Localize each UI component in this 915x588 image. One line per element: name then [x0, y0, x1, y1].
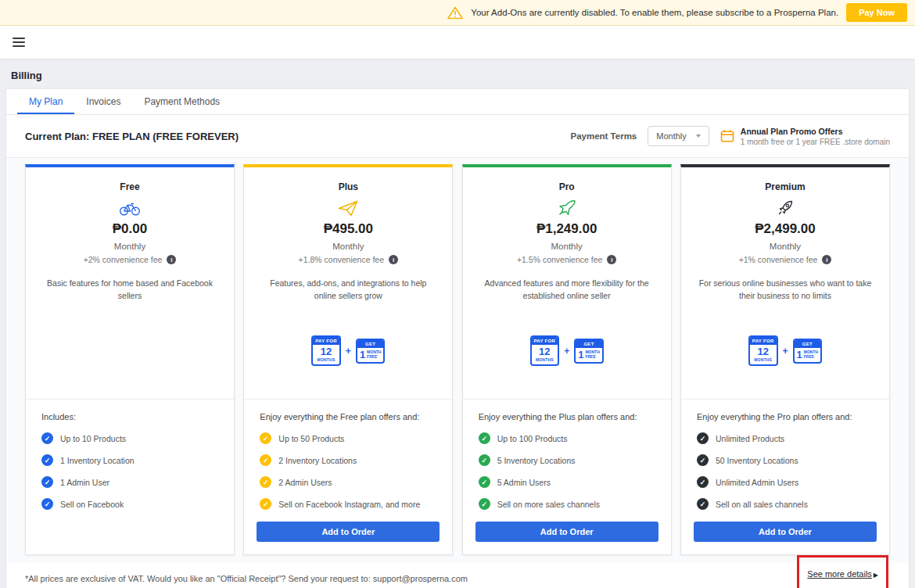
feature-item: ✓2 Inventory Locations: [260, 454, 436, 466]
plan-features: Enjoy everything the Pro plan offers and…: [681, 399, 889, 522]
check-icon: ✓: [260, 498, 271, 510]
convenience-fee: +1.8% convenience fee: [299, 255, 384, 264]
feature-item: ✓5 Inventory Locations: [479, 454, 655, 466]
convenience-fee: +2% convenience fee: [84, 255, 163, 264]
current-plan-title: Current Plan: FREE PLAN (FREE FOREVER): [25, 131, 239, 142]
current-plan-row: Current Plan: FREE PLAN (FREE FOREVER) P…: [6, 115, 909, 158]
tab-my-plan[interactable]: My Plan: [17, 89, 74, 114]
add-to-order-button[interactable]: Add to Order: [475, 522, 658, 542]
check-icon: ✓: [260, 476, 271, 488]
pay-for-12-months-badge: PAY FOR 12MONTHS: [530, 335, 560, 366]
check-icon: ✓: [41, 432, 53, 444]
banner-message: Your Add-Ons are currently disabled. To …: [471, 8, 838, 17]
cta-spacer: [26, 542, 234, 554]
plan-period: Monthly: [770, 242, 801, 251]
feature-item: ✓Sell on more sales channels: [479, 498, 655, 510]
see-more-details-link[interactable]: See more details▶: [807, 569, 878, 579]
feature-item: ✓1 Admin User: [41, 476, 218, 488]
plan-card-pro: Pro ₱1,249.00 Monthly +1.5% convenience …: [462, 164, 672, 555]
plan-name: Plus: [339, 181, 358, 192]
features-title: Includes:: [41, 412, 218, 421]
feature-item: ✓Up to 100 Products: [479, 432, 655, 444]
bicycle-icon: [119, 199, 141, 217]
feature-item: ✓Up to 10 Products: [41, 432, 218, 444]
info-icon[interactable]: i: [822, 255, 831, 264]
feature-item: ✓Unlimited Admin Users: [697, 476, 874, 488]
plan-period: Monthly: [332, 242, 364, 251]
check-icon: ✓: [479, 454, 490, 466]
add-to-order-button[interactable]: Add to Order: [694, 522, 877, 542]
promo-offer-subtitle: 1 month free or 1 year FREE .store domai…: [741, 138, 890, 146]
check-icon: ✓: [479, 498, 490, 510]
pay-for-12-months-badge: PAY FOR 12MONTHS: [748, 335, 778, 366]
plan-card-plus: Plus ₱495.00 Monthly +1.8% convenience f…: [243, 164, 453, 555]
vat-note: *All prices are exclusive of VAT. Would …: [25, 574, 468, 583]
hamburger-menu-icon[interactable]: [13, 38, 25, 46]
annual-promo-offer: Annual Plan Promo Offers 1 month free or…: [720, 127, 890, 146]
check-icon: ✓: [697, 454, 709, 466]
get-1-month-free-badge: GET 1MONTHFREE: [574, 339, 604, 364]
tab-invoices[interactable]: Invoices: [74, 89, 132, 114]
feature-item: ✓5 Admin Users: [479, 476, 655, 488]
plan-card-premium: Premium ₱2,499.00 Monthly +1% convenienc…: [680, 164, 890, 555]
check-icon: ✓: [41, 476, 53, 488]
pay-now-button[interactable]: Pay Now: [846, 3, 907, 22]
promo-badges: PAY FOR 12MONTHS + GET 1MONTHFREE: [311, 335, 385, 366]
check-icon: ✓: [41, 498, 53, 510]
paper-plane-icon: [338, 199, 358, 217]
plan-description: For serious online businesses who want t…: [698, 277, 872, 303]
plans-footer: *All prices are exclusive of VAT. Would …: [6, 563, 909, 588]
features-title: Enjoy everything the Plus plan offers an…: [479, 412, 655, 421]
pay-for-12-months-badge: PAY FOR 12MONTHS: [311, 335, 341, 366]
jet-plane-icon: [558, 199, 576, 217]
plan-features: Enjoy everything the Plus plan offers an…: [463, 399, 671, 522]
info-icon[interactable]: i: [167, 255, 176, 264]
check-icon: ✓: [697, 432, 709, 444]
addons-disabled-banner: Your Add-Ons are currently disabled. To …: [0, 0, 915, 26]
add-to-order-button[interactable]: Add to Order: [257, 522, 440, 542]
plan-description: Basic features for home based and Facebo…: [43, 277, 217, 303]
billing-tabs: My Plan Invoices Payment Methods: [6, 89, 909, 115]
plan-price: ₱495.00: [324, 221, 373, 237]
promo-calendar-icon: [720, 129, 734, 143]
check-icon: ✓: [260, 432, 271, 444]
payment-terms-label: Payment Terms: [570, 131, 637, 141]
check-icon: ✓: [41, 454, 53, 466]
promo-badges: PAY FOR 12MONTHS + GET 1MONTHFREE: [748, 335, 822, 366]
plan-features: Includes: ✓Up to 10 Products ✓1 Inventor…: [26, 399, 234, 522]
arrow-right-icon: ▶: [874, 572, 878, 579]
plan-price: ₱1,249.00: [536, 221, 597, 237]
feature-item: ✓Sell on Facebook Instagram, and more: [260, 498, 436, 510]
plan-name: Pro: [559, 181, 575, 192]
info-icon[interactable]: i: [607, 255, 616, 264]
plan-price: ₱2,499.00: [755, 221, 816, 237]
features-title: Enjoy everything the Pro plan offers and…: [697, 412, 874, 421]
plan-cards-row: Free ₱0.00 Monthly +2% convenience fee i…: [6, 158, 909, 563]
feature-item: ✓Unlimited Products: [697, 432, 874, 444]
features-title: Enjoy everything the Free plan offers an…: [260, 412, 436, 421]
tab-payment-methods[interactable]: Payment Methods: [132, 89, 231, 114]
payment-terms-value: Monthly: [656, 131, 687, 141]
feature-item: ✓Sell on all sales channels: [697, 498, 874, 510]
plan-price: ₱0.00: [113, 221, 147, 237]
feature-item: ✓1 Inventory Location: [41, 454, 218, 466]
plan-description: Advanced features and more flexibility f…: [480, 277, 654, 303]
billing-panel: My Plan Invoices Payment Methods Current…: [6, 89, 909, 588]
convenience-fee: +1.5% convenience fee: [517, 255, 602, 264]
promo-badges: PAY FOR 12MONTHS + GET 1MONTHFREE: [530, 335, 604, 366]
feature-item: ✓Sell on Facebook: [41, 498, 218, 510]
feature-item: ✓Up to 50 Products: [260, 432, 436, 444]
check-icon: ✓: [479, 476, 490, 488]
plan-period: Monthly: [114, 242, 145, 251]
check-icon: ✓: [697, 498, 709, 510]
page-title: Billing: [0, 59, 915, 89]
rocket-icon: [777, 199, 794, 217]
payment-terms-select[interactable]: Monthly: [648, 126, 709, 146]
convenience-fee: +1% convenience fee: [739, 255, 818, 264]
check-icon: ✓: [479, 432, 490, 444]
plan-name: Premium: [765, 181, 805, 192]
promo-offer-title: Annual Plan Promo Offers: [741, 127, 890, 136]
plan-features: Enjoy everything the Free plan offers an…: [244, 399, 452, 522]
warning-triangle-icon: [447, 6, 463, 20]
info-icon[interactable]: i: [389, 255, 398, 264]
